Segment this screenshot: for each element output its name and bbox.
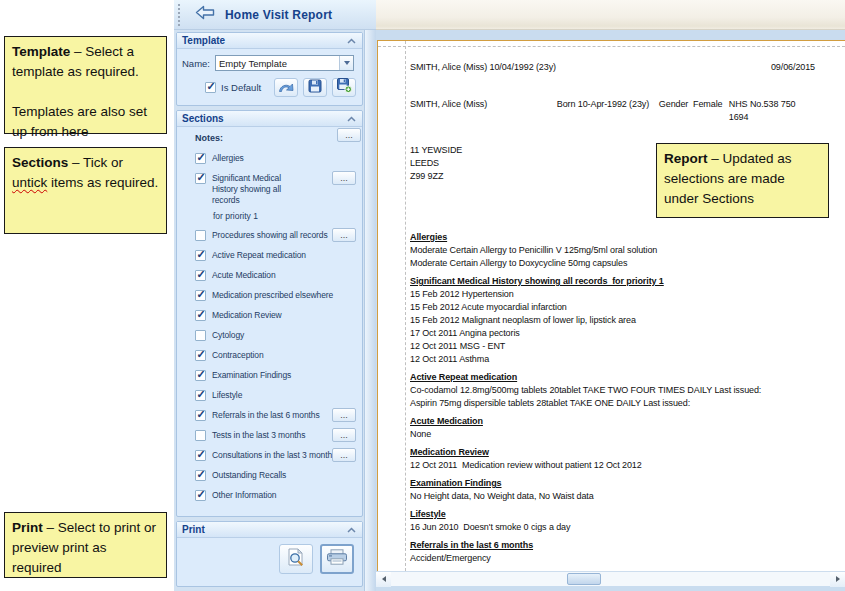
panel-splitter[interactable] xyxy=(364,30,376,591)
triangle-right-icon xyxy=(836,576,840,582)
notes-row: Notes: ... xyxy=(195,133,357,143)
callout-text: Templates are also set up from here xyxy=(12,104,147,139)
print-preview-icon xyxy=(286,548,306,571)
section-sub-label: for priority 1 xyxy=(213,211,357,221)
section-item: Allergies xyxy=(195,153,357,164)
back-button[interactable] xyxy=(193,6,217,24)
section-checkbox[interactable] xyxy=(195,490,206,501)
sections-panel: Sections Notes: ... AllergiesSignificant… xyxy=(176,110,363,517)
side-panel: Template Name: Empty Template Is Default xyxy=(174,30,364,591)
section-checkbox[interactable] xyxy=(195,370,206,381)
section-checkbox[interactable] xyxy=(195,270,206,281)
section-checkbox[interactable] xyxy=(195,410,206,421)
section-checkbox[interactable] xyxy=(195,350,206,361)
template-name-row: Name: Empty Template xyxy=(177,49,362,73)
name-label: Name: xyxy=(182,58,210,69)
section-label: Acute Medication xyxy=(212,270,278,281)
chevron-up-icon[interactable] xyxy=(347,116,356,122)
report-section-heading: Acute Medication xyxy=(410,415,815,428)
print-panel-title: Print xyxy=(182,524,205,535)
report-section-heading: Active Repeat medication xyxy=(410,371,815,384)
more-options-button[interactable]: ... xyxy=(332,408,356,422)
scroll-right-button[interactable] xyxy=(830,572,845,587)
combo-dropdown-button[interactable] xyxy=(339,56,353,70)
drag-grip[interactable] xyxy=(178,4,181,26)
scrollbar-thumb[interactable] xyxy=(567,573,601,585)
section-checkbox[interactable] xyxy=(195,330,206,341)
patient-born: Born 10-Apr-1992 (23y) xyxy=(557,98,659,124)
chevron-up-icon[interactable] xyxy=(347,38,356,44)
section-label: Lifestyle xyxy=(212,390,244,401)
titlebar-filler xyxy=(376,0,845,30)
scrollbar-track[interactable] xyxy=(391,572,830,587)
report-line: Accident/Emergency xyxy=(410,552,815,565)
section-item: Contraception xyxy=(195,350,357,361)
section-checkbox[interactable] xyxy=(195,290,206,301)
horizontal-scrollbar[interactable] xyxy=(376,571,845,586)
more-options-button[interactable]: ... xyxy=(332,448,356,462)
chevron-up-icon[interactable] xyxy=(347,527,356,533)
section-checkbox[interactable] xyxy=(195,430,206,441)
report-body: AllergiesModerate Certain Allergy to Pen… xyxy=(410,231,815,565)
is-default-checkbox[interactable] xyxy=(205,82,216,93)
patient-nhs-number: NHS No.538 750 1694 xyxy=(729,98,815,124)
callout-text: items as required. xyxy=(47,175,158,190)
section-label: Contraception xyxy=(212,350,266,361)
section-item: Other Information xyxy=(195,490,357,501)
save-as-button[interactable] xyxy=(332,78,356,97)
report-line: Co-codamol 12.8mg/500mg tablets 20tablet… xyxy=(410,384,815,397)
print-button[interactable] xyxy=(320,544,354,574)
section-checkbox[interactable] xyxy=(195,250,206,261)
report-section-heading: Lifestyle xyxy=(410,508,815,521)
template-select[interactable]: Empty Template xyxy=(215,55,354,71)
more-options-button[interactable]: ... xyxy=(332,228,356,242)
report-line: Moderate Certain Allergy to Doxycycline … xyxy=(410,257,815,270)
patient-summary: SMITH, Alice (Miss) 10/04/1992 (23y) xyxy=(410,61,556,74)
report-viewport: SMITH, Alice (Miss) 10/04/1992 (23y) 09/… xyxy=(376,30,845,591)
section-item: Lifestyle xyxy=(195,390,357,401)
report-section-heading: Significant Medical History showing all … xyxy=(410,275,815,288)
more-options-button[interactable]: ... xyxy=(332,428,356,442)
report-date: 09/06/2015 xyxy=(771,61,815,74)
patient-name: SMITH, Alice (Miss) xyxy=(410,98,557,124)
section-label: Other Information xyxy=(212,490,278,501)
section-item: Acute Medication xyxy=(195,270,357,281)
more-options-button[interactable]: ... xyxy=(332,171,356,185)
section-label: Active Repeat medication xyxy=(212,250,308,261)
section-item: Examination Findings xyxy=(195,370,357,381)
template-panel-header[interactable]: Template xyxy=(177,33,362,49)
undo-arrow-icon xyxy=(278,79,294,97)
section-label: Tests in the last 3 months xyxy=(212,430,333,441)
section-checkbox[interactable] xyxy=(195,310,206,321)
report-line: Moderate Certain Allergy to Penicillin V… xyxy=(410,244,815,257)
section-label: Outstanding Recalls xyxy=(212,470,288,481)
sections-panel-header[interactable]: Sections xyxy=(177,111,362,127)
section-checkbox[interactable] xyxy=(195,390,206,401)
section-checkbox[interactable] xyxy=(195,230,206,241)
is-default-label: Is Default xyxy=(221,82,261,93)
section-checkbox[interactable] xyxy=(195,173,206,184)
callout-report: Report – Updated as selections are made … xyxy=(656,143,829,218)
section-checkbox[interactable] xyxy=(195,450,206,461)
sections-panel-title: Sections xyxy=(182,113,224,124)
titlebar: Home Visit Report xyxy=(174,0,845,30)
section-checkbox[interactable] xyxy=(195,153,206,164)
undo-button[interactable] xyxy=(274,78,298,97)
callout-lead: Sections xyxy=(12,155,68,170)
section-checkbox[interactable] xyxy=(195,470,206,481)
printer-icon xyxy=(326,549,348,569)
section-label: Referrals in the last 6 months xyxy=(212,410,348,421)
section-label: Examination Findings xyxy=(212,370,293,381)
section-label: Significant Medical History showing all … xyxy=(212,173,324,206)
report-line: 15 Feb 2012 Acute myocardial infarction xyxy=(410,301,815,314)
print-panel-header[interactable]: Print xyxy=(177,522,362,538)
save-button[interactable] xyxy=(303,78,327,97)
scroll-left-button[interactable] xyxy=(376,572,391,587)
callout-spacer xyxy=(12,82,159,102)
print-preview-button[interactable] xyxy=(279,544,313,574)
notes-more-options-button[interactable]: ... xyxy=(337,128,361,142)
callout-text-misspelled: untick xyxy=(12,175,47,190)
titlebar-left: Home Visit Report xyxy=(174,0,376,30)
section-item: Outstanding Recalls xyxy=(195,470,357,481)
is-default-row: Is Default xyxy=(177,73,362,105)
